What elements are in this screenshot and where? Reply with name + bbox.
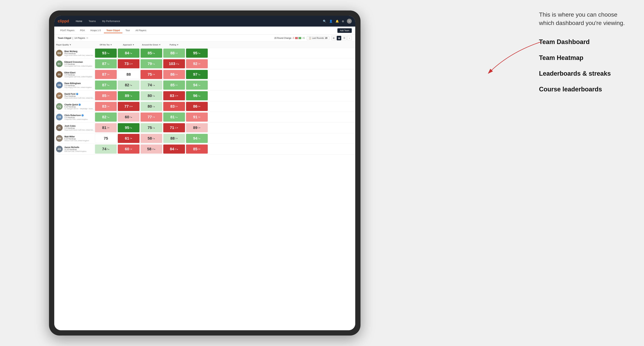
score-cell: 613▼: [118, 134, 140, 143]
nav-bar: clippd Home Teams My Performance 🔍 👤 🔔 ⊕…: [54, 16, 355, 26]
verified-icon: ✓: [76, 93, 78, 95]
logo[interactable]: clippd: [58, 19, 69, 23]
score-delta: 2▲: [152, 127, 155, 129]
player-club: Drift Golf Club, United Kingdom: [64, 151, 94, 152]
nav-item-my-performance[interactable]: My Performance: [100, 19, 122, 23]
score-delta: 4▲: [107, 84, 110, 86]
player-details: Blair McHargPlus HandicapRoyal North Dev…: [64, 50, 94, 56]
score-cell: 7311▼: [118, 59, 140, 68]
tab-pgat-players[interactable]: PGAT Players: [58, 28, 77, 33]
player-info[interactable]: JCJosh Coles1-5 HandicapRoyal North Devo…: [56, 123, 94, 133]
player-info[interactable]: DFDavid Ford✓Plus HandicapRoyal North De…: [56, 91, 94, 100]
avatar: JC: [56, 124, 63, 131]
edit-icon[interactable]: ✏: [86, 37, 88, 39]
score-value: 103: [169, 61, 175, 66]
player-info[interactable]: ECEdward Crossman1-5 HandicapSunningdale…: [56, 59, 94, 68]
avatar: AN: [56, 146, 63, 152]
col-approach[interactable]: Approach ▼: [117, 44, 140, 46]
score-value: 95: [125, 126, 129, 130]
score-delta: 3▲: [198, 95, 200, 97]
score-cell: 943▲: [186, 134, 208, 143]
score-value: 87: [102, 61, 106, 66]
score-value: 87: [102, 72, 106, 77]
score-delta: 21▲: [175, 148, 178, 150]
player-details: Josh Coles1-5 HandicapRoyal North Devon …: [64, 125, 94, 131]
score-delta: 3▲: [198, 138, 200, 140]
col-around-green[interactable]: Around the Green ▼: [140, 44, 163, 46]
download-button[interactable]: ↓: [347, 36, 352, 40]
player-info[interactable]: CQCharlie Quick✓6-10 HandicapSt. George'…: [56, 102, 94, 111]
score-value: 89: [125, 93, 129, 98]
score-value: 92: [193, 61, 198, 66]
score-delta: 3▲: [152, 95, 155, 97]
score-value: 79: [148, 61, 152, 66]
score-delta: 15▲: [176, 63, 180, 65]
score-delta: 1▲: [152, 84, 155, 86]
score-value: 77: [124, 104, 128, 109]
player-name: Edward Crossman: [64, 61, 94, 63]
player-info[interactable]: ANAaron Nicholls11-15 HandicapDrift Golf…: [56, 144, 94, 154]
table-row: BMBlair McHargPlus HandicapRoyal North D…: [54, 48, 355, 58]
bell-icon[interactable]: 🔔: [336, 19, 339, 23]
list-view-button[interactable]: ☰: [342, 36, 346, 40]
score-delta: 9▲: [198, 52, 200, 54]
tab-pga[interactable]: PGA: [78, 28, 87, 33]
score-delta: 4▲: [175, 116, 178, 118]
nav-item-home[interactable]: Home: [74, 19, 84, 23]
table-row: CQCharlie Quick✓6-10 HandicapSt. George'…: [54, 101, 355, 112]
score-value: 85: [102, 93, 106, 98]
score-cell: 941▲: [186, 81, 208, 90]
player-info[interactable]: MMMatt Miller6-10 HandicapWoburn Golf Cl…: [56, 134, 94, 143]
settings-icon[interactable]: ⊕: [342, 19, 344, 23]
score-delta: 4▼: [198, 148, 200, 150]
col-putting[interactable]: Putting ▼: [163, 44, 186, 46]
heatmap-view-button[interactable]: ▦: [337, 36, 341, 40]
verified-icon: ✓: [78, 104, 81, 106]
score-delta: 3▼: [152, 116, 155, 118]
last-rounds-button[interactable]: 📋 Last Rounds: 20: [307, 36, 329, 40]
player-info[interactable]: EEElliot Ebert1-5 HandicapSunningdale Go…: [56, 70, 94, 79]
score-cell: 88: [118, 70, 140, 79]
player-handicap: 1-5 Handicap: [64, 74, 94, 76]
player-details: David Ford✓Plus HandicapRoyal North Devo…: [64, 93, 94, 99]
avatar[interactable]: U: [347, 19, 352, 23]
grid-view-button[interactable]: ⊞: [332, 36, 336, 40]
score-cell: 824▲: [118, 81, 140, 90]
table-row: MMMatt Miller6-10 HandicapWoburn Golf Cl…: [54, 133, 355, 144]
score-cell: 8421▲: [163, 145, 185, 154]
player-club: Royal North Devon Golf Club, United King…: [64, 97, 94, 99]
score-cell: 923▼: [186, 59, 208, 68]
score-delta: 3▼: [130, 138, 132, 140]
user-icon[interactable]: 👤: [329, 19, 333, 23]
col-player[interactable]: Player Quality ▼: [56, 44, 94, 46]
score-cell: 7714▼: [118, 102, 140, 111]
table-row: DBDave Billingham1-5 HandicapGog Magog G…: [54, 80, 355, 91]
sub-header-right: 20 Round Change -5 +5 📋 Last Rounds: 20: [274, 36, 352, 40]
score-cell: 892▼: [186, 123, 208, 132]
score-cell: 873▼: [95, 70, 117, 79]
score-delta: 4▲: [130, 84, 132, 86]
tab-all-players[interactable]: All Players: [133, 28, 148, 33]
score-delta: 6▼: [175, 74, 178, 75]
score-cell: 8310▼: [163, 91, 185, 100]
add-team-button[interactable]: Add Team: [338, 28, 352, 33]
col-off-tee[interactable]: Off the Tee ▼: [94, 44, 117, 46]
nav-item-teams[interactable]: Teams: [87, 19, 97, 23]
score-delta: 10▲: [152, 148, 156, 150]
player-info[interactable]: CRChris Robertson✓1-5 HandicapCraigmilla…: [56, 112, 94, 122]
score-value: 83: [170, 104, 175, 109]
player-name: Aaron Nicholls: [64, 146, 94, 149]
score-cell: 5810▲: [140, 145, 162, 154]
score-value: 71: [170, 126, 174, 130]
avatar: EE: [56, 71, 63, 78]
tablet-screen: clippd Home Teams My Performance 🔍 👤 🔔 ⊕…: [54, 16, 355, 330]
player-info[interactable]: DBDave Billingham1-5 HandicapGog Magog G…: [56, 80, 94, 90]
player-info[interactable]: BMBlair McHargPlus HandicapRoyal North D…: [56, 48, 94, 58]
tab-hcaps[interactable]: Hcaps 1-5: [88, 28, 103, 33]
round-change-neg: -5: [292, 37, 294, 39]
search-icon[interactable]: 🔍: [323, 19, 326, 23]
tab-tour[interactable]: Tour: [123, 28, 132, 33]
score-delta: 3▼: [107, 95, 110, 97]
tab-team-clippd[interactable]: Team Clippd: [104, 28, 122, 33]
score-cell: 858▲: [140, 49, 162, 58]
